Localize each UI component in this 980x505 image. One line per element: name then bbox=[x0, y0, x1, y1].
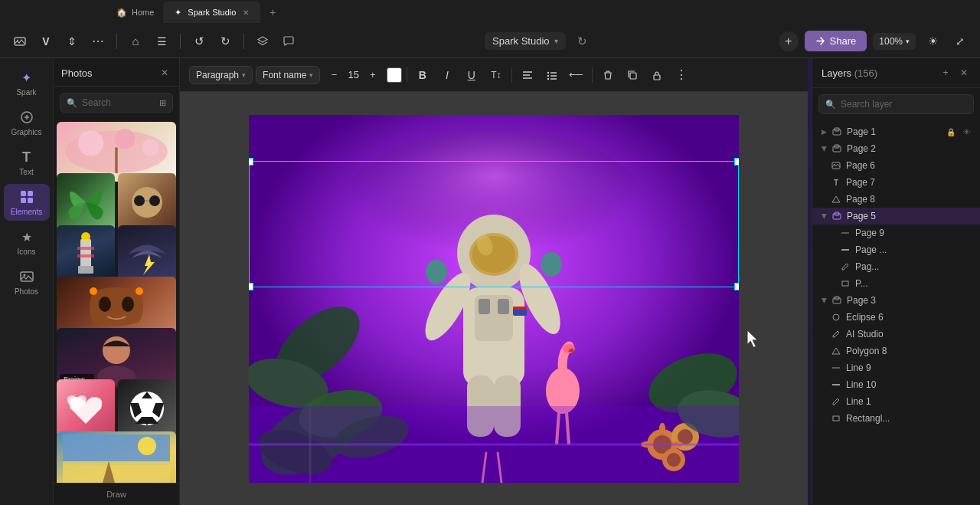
photo-storm-thumbnail[interactable] bbox=[118, 225, 176, 284]
layers-list: ▶ Page 1 🔒 👁 ▶ Page 2 Page 6 T Page bbox=[812, 120, 980, 505]
sidebar-item-elements[interactable]: Elements bbox=[4, 184, 50, 221]
layer-page-dash[interactable]: Page ... bbox=[812, 241, 980, 258]
header-separator-2 bbox=[180, 34, 181, 49]
svg-point-22 bbox=[115, 129, 136, 149]
layer-page-rect[interactable]: P... bbox=[812, 275, 980, 292]
page1-eye-icon[interactable]: 👁 bbox=[963, 128, 971, 136]
svg-rect-110 bbox=[833, 146, 841, 152]
paragraph-dropdown[interactable]: Paragraph ▾ bbox=[189, 66, 253, 84]
layer-page8[interactable]: Page 8 bbox=[812, 191, 980, 208]
layer-page7[interactable]: T Page 7 bbox=[812, 174, 980, 191]
layer-page5[interactable]: ▶ Page 5 bbox=[812, 208, 980, 225]
page2-name: Page 2 bbox=[847, 143, 971, 154]
layer-ai-studio[interactable]: AI Studio bbox=[812, 326, 980, 343]
photo-sunglasses-thumbnail[interactable] bbox=[118, 173, 176, 231]
sidebar-item-graphics[interactable]: Graphics bbox=[4, 104, 50, 141]
photo-beach-thumbnail[interactable] bbox=[57, 431, 176, 483]
more-options-button[interactable]: ⋮ bbox=[671, 64, 692, 86]
new-tab-button[interactable]: + bbox=[263, 3, 282, 21]
filter-icon[interactable]: ⊞ bbox=[159, 98, 166, 108]
photo-lighthouse-thumbnail[interactable] bbox=[57, 225, 115, 284]
layers-add-button[interactable]: + bbox=[939, 66, 952, 80]
add-button[interactable]: + bbox=[779, 31, 799, 51]
sidebar-item-icons[interactable]: ★ Icons bbox=[4, 224, 50, 261]
align-tool-button[interactable]: ☰ bbox=[151, 31, 172, 52]
canvas-area[interactable] bbox=[180, 92, 808, 505]
zoom-button[interactable]: 100% ▾ bbox=[873, 33, 916, 50]
comment-button[interactable] bbox=[278, 31, 299, 52]
decrease-font-size-button[interactable]: − bbox=[323, 64, 345, 86]
svg-rect-90 bbox=[498, 299, 509, 314]
layers-title: Layers (156) bbox=[822, 67, 877, 79]
layer-page3[interactable]: ▶ Page 3 bbox=[812, 292, 980, 309]
transform-tool-button[interactable]: ⇕ bbox=[61, 31, 83, 52]
layers-close-button[interactable]: ✕ bbox=[957, 66, 971, 80]
layer-line9[interactable]: Line 9 bbox=[812, 359, 980, 376]
rectangl-icon bbox=[831, 413, 841, 424]
svg-rect-124 bbox=[833, 416, 839, 421]
photo-hearts-thumbnail[interactable] bbox=[57, 379, 115, 438]
svg-rect-33 bbox=[77, 254, 94, 257]
layer-page9[interactable]: Page 9 bbox=[812, 225, 980, 241]
layer-line1[interactable]: Line 1 bbox=[812, 393, 980, 410]
ai-studio-pen-icon bbox=[831, 329, 841, 339]
text-color-swatch[interactable] bbox=[387, 67, 402, 83]
redo-button[interactable]: ↻ bbox=[214, 31, 236, 52]
photo-girl-thumbnail[interactable]: Brainw... bbox=[57, 328, 176, 388]
home-tool-button[interactable]: ⌂ bbox=[125, 31, 146, 52]
toolbar-separator-3 bbox=[592, 67, 593, 83]
zoom-chevron: ▾ bbox=[906, 38, 910, 45]
photo-soccer-thumbnail[interactable] bbox=[118, 379, 176, 438]
photo-butterfly-thumbnail[interactable] bbox=[57, 173, 115, 231]
delete-button[interactable] bbox=[597, 64, 619, 86]
layers-search-input[interactable] bbox=[841, 99, 967, 110]
layer-page-pen[interactable]: Pag... bbox=[812, 258, 980, 275]
project-name-dropdown[interactable]: Spark Studio ▾ bbox=[485, 32, 565, 50]
text-style-button[interactable]: T↕ bbox=[485, 64, 507, 86]
layers-tool-button[interactable] bbox=[252, 31, 273, 52]
layer-polygon8[interactable]: Polygon 8 bbox=[812, 343, 980, 359]
line1-name: Line 1 bbox=[846, 396, 971, 407]
photos-search-input[interactable] bbox=[82, 97, 155, 108]
svg-point-19 bbox=[23, 274, 25, 277]
increase-font-size-button[interactable]: + bbox=[362, 64, 384, 86]
sidebar-item-spark[interactable]: ✦ Spark bbox=[4, 64, 50, 101]
bold-button[interactable]: B bbox=[412, 64, 433, 86]
sidebar-item-photos[interactable]: Photos bbox=[4, 264, 50, 300]
layer-rectangl[interactable]: Rectangl... bbox=[812, 410, 980, 427]
fullscreen-button[interactable]: ⤢ bbox=[949, 31, 971, 52]
layer-page6[interactable]: Page 6 bbox=[812, 157, 980, 174]
icons-icon: ★ bbox=[18, 228, 35, 245]
page2-chevron: ▶ bbox=[821, 146, 828, 152]
underline-button[interactable]: U bbox=[461, 64, 482, 86]
paragraph-chevron: ▾ bbox=[242, 71, 246, 79]
v-tool-button[interactable]: V bbox=[35, 31, 57, 52]
more-tools-button[interactable]: ⋯ bbox=[87, 31, 109, 52]
svg-rect-61 bbox=[630, 73, 636, 79]
share-button[interactable]: Share bbox=[805, 31, 867, 51]
layer-line10[interactable]: Line 10 bbox=[812, 376, 980, 393]
align-button[interactable] bbox=[517, 64, 538, 86]
layers-search-bar: 🔍 bbox=[818, 94, 974, 114]
tab-spark-studio[interactable]: ✦ Spark Studio ✕ bbox=[163, 2, 260, 23]
font-name-dropdown[interactable]: Font name ▾ bbox=[256, 66, 320, 84]
layer-eclipse6[interactable]: Eclipse 6 bbox=[812, 309, 980, 326]
image-tool-button[interactable] bbox=[9, 31, 31, 52]
layer-page1[interactable]: ▶ Page 1 🔒 👁 bbox=[812, 123, 980, 140]
lock-button[interactable] bbox=[646, 64, 668, 86]
photos-panel-close-button[interactable]: ✕ bbox=[158, 66, 172, 80]
page6-image-icon bbox=[831, 160, 841, 171]
tab-close-button[interactable]: ✕ bbox=[240, 8, 251, 18]
brightness-button[interactable]: ☀ bbox=[922, 31, 943, 52]
svg-point-56 bbox=[547, 77, 549, 79]
duplicate-button[interactable] bbox=[622, 64, 643, 86]
page-pen-name: Pag... bbox=[855, 261, 971, 272]
list-button[interactable] bbox=[541, 64, 563, 86]
undo-button[interactable]: ↺ bbox=[188, 31, 210, 52]
sidebar-item-text[interactable]: T Text bbox=[4, 144, 50, 181]
italic-button[interactable]: I bbox=[436, 64, 458, 86]
refresh-button[interactable]: ↻ bbox=[572, 31, 593, 52]
indent-button[interactable]: ⟵ bbox=[566, 64, 587, 86]
layer-page2[interactable]: ▶ Page 2 bbox=[812, 140, 980, 157]
tab-home[interactable]: 🏠 Home bbox=[107, 2, 163, 23]
